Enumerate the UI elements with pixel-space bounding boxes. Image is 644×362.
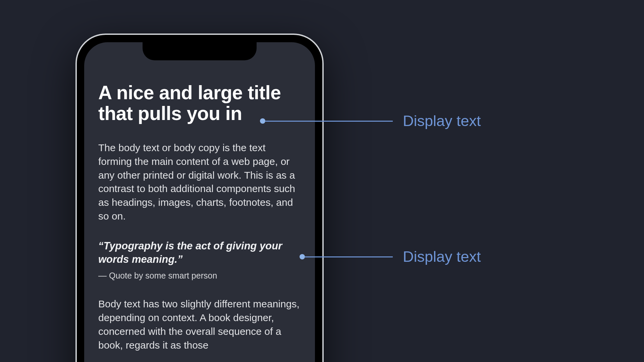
callout-label: Display text <box>403 248 481 265</box>
phone-notch <box>143 42 257 60</box>
callout-dot <box>260 118 265 124</box>
phone-frame: A nice and large title that pulls you in… <box>75 34 324 362</box>
article-body-1: The body text or body copy is the text f… <box>98 141 301 223</box>
callout-display-text-quote: Display text <box>300 248 481 265</box>
callout-line <box>265 121 393 122</box>
callout-label: Display text <box>403 112 481 130</box>
callout-dot <box>300 254 305 259</box>
callout-line <box>305 256 393 257</box>
article-quote: “Typography is the act of giving your wo… <box>98 239 301 266</box>
article-body-2: Body text has two slightly different mea… <box>98 297 301 352</box>
phone-screen: A nice and large title that pulls you in… <box>84 42 315 362</box>
quote-attribution: — Quote by some smart person <box>98 271 301 281</box>
callout-display-text-title: Display text <box>260 112 481 130</box>
